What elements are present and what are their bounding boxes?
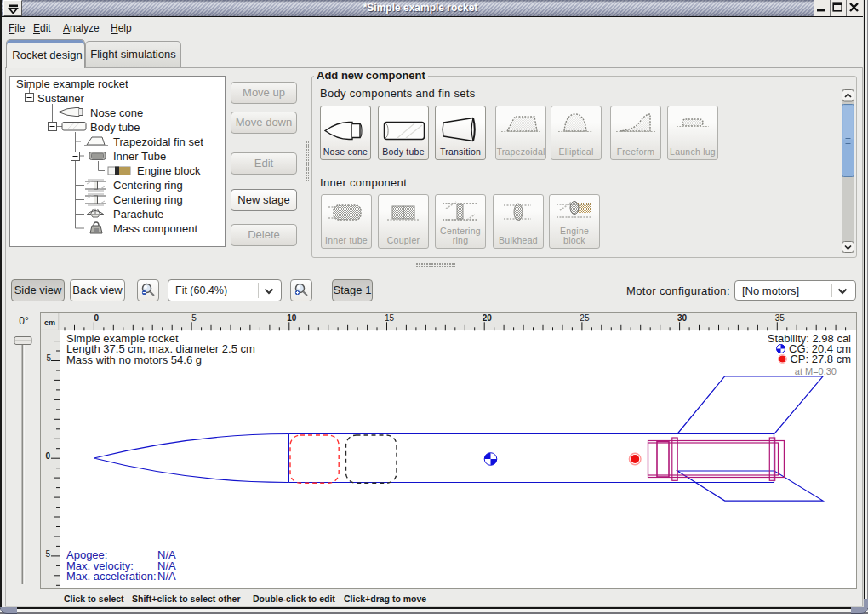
svg-text:20: 20 — [483, 313, 493, 323]
svg-text:5: 5 — [45, 549, 50, 559]
svg-text:5: 5 — [191, 313, 197, 323]
svg-text:0: 0 — [94, 313, 100, 323]
svg-text:cm: cm — [44, 318, 55, 327]
svg-text:35: 35 — [775, 313, 785, 323]
svg-text:25: 25 — [580, 313, 590, 323]
svg-text:10: 10 — [287, 313, 297, 323]
svg-text:-5: -5 — [43, 353, 51, 363]
svg-text:30: 30 — [677, 313, 688, 323]
svg-text:15: 15 — [385, 313, 395, 323]
svg-text:0: 0 — [45, 451, 50, 461]
